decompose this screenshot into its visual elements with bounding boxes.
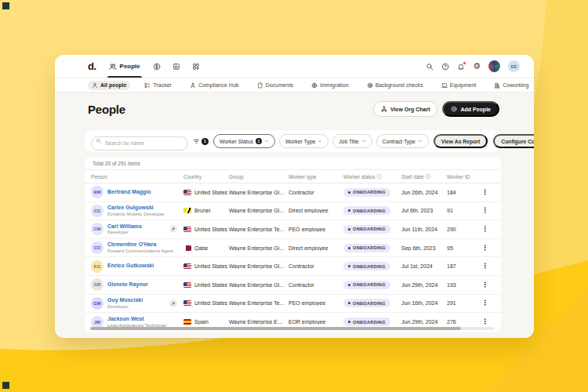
- filter-pill-worker-type[interactable]: Worker Type: [279, 134, 328, 148]
- status-badge: ONBOARDING: [343, 299, 390, 307]
- pin-icon: [169, 225, 177, 233]
- group-cell: Wayne Enterprise Global: [229, 263, 289, 269]
- worker-status-cell: ONBOARDING: [343, 225, 401, 234]
- person-name-link[interactable]: Guy Mosciski: [107, 297, 143, 304]
- us-flag-icon: [183, 190, 191, 195]
- organization-avatar[interactable]: [488, 60, 500, 72]
- analytics-icon[interactable]: [172, 63, 180, 71]
- horizontal-scrollbar-thumb[interactable]: [90, 327, 461, 330]
- row-kebab-icon[interactable]: ⋮: [481, 299, 488, 307]
- status-label: ONBOARDING: [353, 282, 386, 287]
- payroll-dollar-icon[interactable]: [153, 63, 161, 71]
- search-icon[interactable]: [426, 63, 434, 71]
- table-row[interactable]: GRGlennie RaynorUnited StatesWayne Enter…: [85, 276, 501, 295]
- row-kebab-icon[interactable]: ⋮: [481, 263, 488, 270]
- avatar: GM: [91, 297, 103, 310]
- apps-grid-icon[interactable]: [192, 63, 200, 71]
- status-dot: [348, 247, 350, 249]
- subnav-item-label: Documents: [266, 82, 293, 88]
- row-actions-cell: ⋮: [480, 207, 493, 214]
- status-dot: [348, 284, 350, 286]
- filter-pill-contract-type[interactable]: Contract Type: [376, 134, 429, 148]
- group-cell: Wayne Enterprise Global: [229, 190, 289, 195]
- worker-status-cell: ONBOARDING: [343, 244, 401, 252]
- worker-type-cell: Contractor: [289, 263, 343, 269]
- row-kebab-icon[interactable]: ⋮: [481, 245, 488, 252]
- status-dot: [348, 302, 350, 304]
- view-org-chart-label: View Org Chart: [390, 107, 430, 112]
- person-name-link[interactable]: Enrico Gutkowski: [107, 263, 154, 270]
- configure-columns-button[interactable]: Configure Columns: [493, 134, 534, 148]
- status-dot: [348, 321, 350, 323]
- notifications-bell-icon[interactable]: [457, 63, 465, 71]
- person-name-link[interactable]: Jackson West: [107, 316, 167, 323]
- main-content: People View Org Chart Add People 1: [55, 93, 534, 338]
- table-row[interactable]: CWCarl WilliamsDeveloperUnited StatesWay…: [85, 220, 501, 239]
- person-name-link[interactable]: Clementine O'Hara: [107, 241, 173, 249]
- nav-tab-people[interactable]: People: [109, 55, 140, 78]
- table-row[interactable]: BMBertrand MaggioUnited StatesWayne Ente…: [85, 183, 501, 202]
- worker-id-cell: 187: [447, 263, 480, 269]
- notification-badge: [463, 61, 466, 65]
- user-avatar[interactable]: EE: [508, 60, 520, 72]
- qa-flag-icon: [183, 245, 191, 251]
- us-flag-icon: [183, 300, 191, 306]
- person-name-link[interactable]: Carl Williams: [107, 223, 142, 230]
- row-kebab-icon[interactable]: ⋮: [481, 281, 488, 289]
- filter-toggle[interactable]: 1: [193, 134, 209, 148]
- corner-marker-top-left: [2, 2, 9, 9]
- column-header-worker-id: Worker ID: [447, 174, 480, 180]
- person-cell: EGEnrico Gutkowski: [91, 260, 183, 273]
- row-kebab-icon[interactable]: ⋮: [481, 318, 488, 325]
- start-date-cell: Jun 16th, 2024: [401, 300, 447, 306]
- group-cell: Wayne Enterprise EOR: [229, 319, 289, 325]
- us-flag-icon: [183, 263, 191, 269]
- help-icon[interactable]: [441, 63, 449, 71]
- settings-gear-icon[interactable]: ⚙: [473, 62, 481, 71]
- person-name-link[interactable]: Glennie Raynor: [107, 281, 148, 289]
- us-flag-icon: [183, 227, 191, 232]
- subnav-item-all-people[interactable]: All people: [88, 81, 130, 90]
- table-row[interactable]: EGEnrico GutkowskiUnited StatesWayne Ent…: [85, 257, 501, 276]
- filter-bar-right: View As Report Configure Columns ⋮: [434, 134, 534, 148]
- person-name-link[interactable]: Bertrand Maggio: [107, 189, 151, 196]
- subnav-item-label: Immigration: [320, 82, 349, 88]
- view-org-chart-button[interactable]: View Org Chart: [373, 101, 437, 117]
- subnav-item-compliance-hub[interactable]: Compliance Hub: [186, 81, 243, 90]
- subnav-item-coworking[interactable]: Coworking: [490, 81, 532, 90]
- table-row[interactable]: GMGuy MosciskiDeveloperUnited StatesWayn…: [85, 295, 501, 314]
- status-dot: [348, 191, 350, 194]
- person-name-link[interactable]: Carlee Gulgowski: [107, 205, 165, 212]
- table-row[interactable]: CGCarlee GulgowskiDynamic Mobility Devel…: [85, 202, 501, 221]
- subnav-item-immigration[interactable]: Immigration: [307, 81, 353, 90]
- row-kebab-icon[interactable]: ⋮: [481, 226, 488, 233]
- info-icon[interactable]: ⓘ: [426, 174, 430, 179]
- person-job-title: Dynamic Mobility Developer: [107, 212, 165, 217]
- table-row[interactable]: COClementine O'HaraForward Communication…: [85, 239, 501, 258]
- sub-navigation: All peopleTrackerCompliance HubDocuments…: [55, 78, 534, 93]
- subnav-item-background-checks[interactable]: Background checks: [363, 81, 427, 90]
- row-kebab-icon[interactable]: ⋮: [481, 207, 488, 214]
- subnav-item-tracker[interactable]: Tracker: [140, 81, 175, 90]
- subnav-item-equipment[interactable]: Equipment: [437, 81, 480, 90]
- active-filter-count-badge: 1: [201, 138, 209, 145]
- row-actions-cell: ⋮: [480, 263, 493, 270]
- subnav-item-documents[interactable]: Documents: [253, 81, 297, 90]
- start-date-cell: Jun 11th, 2024: [401, 227, 447, 232]
- filter-pill-job-title[interactable]: Job Title: [332, 134, 372, 148]
- country-label: Brunei: [194, 208, 210, 213]
- column-header-label: Worker type: [289, 174, 316, 180]
- status-dot: [348, 209, 350, 212]
- row-kebab-icon[interactable]: ⋮: [481, 189, 488, 196]
- page-title: People: [88, 103, 125, 116]
- search-input[interactable]: [91, 136, 188, 151]
- filter-pill-worker-status[interactable]: Worker Status1: [213, 134, 275, 148]
- view-as-report-button[interactable]: View As Report: [434, 134, 488, 148]
- chevron-down-icon: [418, 139, 423, 143]
- column-header-label: Worker status: [343, 174, 376, 180]
- country-label: United States: [194, 190, 227, 195]
- info-icon[interactable]: ⓘ: [377, 174, 382, 179]
- add-people-button[interactable]: Add People: [442, 101, 499, 117]
- country-cell: Brunei: [183, 208, 229, 213]
- worker-type-cell: PEO employee: [289, 300, 343, 306]
